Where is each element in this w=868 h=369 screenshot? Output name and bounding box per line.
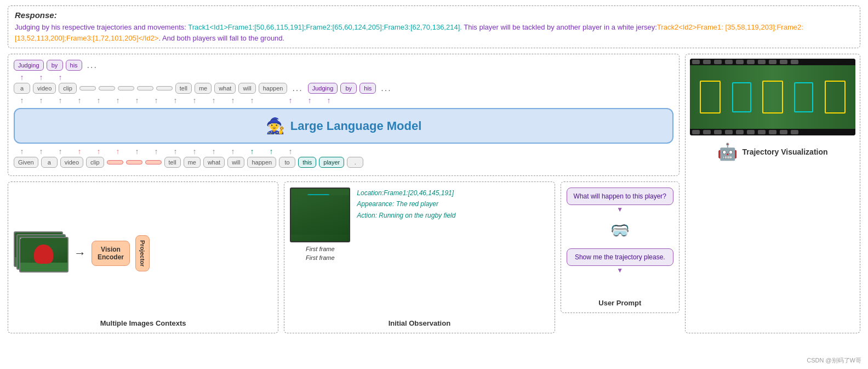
arr2-c: ↑ <box>52 147 68 156</box>
arrow-3: ↑ <box>52 73 68 82</box>
arr-e5: ↑ <box>148 96 164 105</box>
arrow-right-vision: → <box>74 246 86 260</box>
tok-empty1 <box>79 86 96 90</box>
hole-6 <box>747 60 755 64</box>
arr-e1: ↑ <box>71 96 88 105</box>
arrow-2: ↑ <box>33 73 49 82</box>
main-body: Judging by his ... ↑ ↑ ↑ a video clip <box>8 54 860 333</box>
multiple-images-title: Multiple Images Contexts <box>100 319 186 327</box>
arr-t: ↑ <box>167 96 184 105</box>
tok-tell: tell <box>175 83 192 94</box>
bottom-three-panels: → VisionEncoder Projector Multiple Image… <box>8 181 679 333</box>
bhole-1 <box>692 130 700 134</box>
btok-a: a <box>41 157 58 168</box>
hole-1 <box>692 60 700 64</box>
video-content <box>690 65 855 129</box>
tok-what: what <box>214 83 236 94</box>
hole-7 <box>758 60 766 64</box>
tok-his2: his <box>359 83 376 94</box>
bbox-teal-2 <box>794 82 813 112</box>
arrow-1: ↑ <box>14 73 30 82</box>
arr2-a: ↑ <box>14 147 30 156</box>
response-section: Response: Judging by his respective traj… <box>8 5 860 48</box>
hole-10 <box>791 60 798 64</box>
tok-clip: clip <box>59 83 77 94</box>
bhole-8 <box>769 130 776 134</box>
trajectory-panel: 🤖 Trajectory Visualization <box>685 54 860 333</box>
obs-text-block: Location:Frame1:[20,46,145,191] Appearan… <box>357 188 455 221</box>
arr-b2: ↑ <box>301 96 318 105</box>
btok-will: will <box>227 157 244 168</box>
bhole-7 <box>758 130 766 134</box>
arrows-from-llm: ↑ ↑ ↑ ↑ ↑ ↑ ↑ ↑ ↑ ↑ ↑ ↑ ↑ ↑ ↑ <box>14 147 673 156</box>
bbox-yellow-3 <box>825 81 846 113</box>
arrows-from-output: ↑ ↑ ↑ <box>14 73 673 82</box>
prompt-bubble-1: What will happen to this player? <box>567 188 673 205</box>
bhole-5 <box>736 130 744 134</box>
btok-dot: . <box>347 157 363 168</box>
prompt-bubble-2: Show me the trajectory please. <box>567 248 673 266</box>
film-strip-bottom <box>690 129 855 135</box>
tok-empty3 <box>118 86 134 90</box>
hole-4 <box>725 60 733 64</box>
video-strip <box>690 59 855 135</box>
hole-8 <box>769 60 776 64</box>
token-judging: Judging <box>14 60 44 71</box>
arr2-dot: ↑ <box>282 147 299 156</box>
tok-judging2: Judging <box>308 83 338 94</box>
tok-me: me <box>195 83 212 94</box>
tok-empty4 <box>137 86 153 90</box>
vision-content: → VisionEncoder Projector <box>14 188 272 319</box>
arr2-player: ↑ <box>263 147 279 156</box>
token-by: by <box>47 60 63 71</box>
arr2-m: ↑ <box>148 147 164 156</box>
projector-box: Projector <box>135 235 150 271</box>
arr2-r1: ↑ <box>71 147 88 156</box>
arr2-this: ↑ <box>244 147 260 156</box>
multiple-images-panel: → VisionEncoder Projector Multiple Image… <box>8 181 278 333</box>
btok-r1 <box>107 160 123 164</box>
bbox-yellow-2 <box>762 81 783 113</box>
frame-label: First frame <box>306 254 335 261</box>
projector-label: Projector <box>139 240 146 266</box>
initial-obs-title: Initial Observation <box>389 319 450 327</box>
tok-video: video <box>33 83 56 94</box>
llm-title: Large Language Model <box>290 119 422 133</box>
bhole-2 <box>703 130 711 134</box>
obs-location: Location:Frame1:[20,46,145,191] <box>357 188 455 198</box>
film-strip-top <box>690 59 855 65</box>
response-purple-2: This player will be tackled by another p… <box>462 23 657 31</box>
btok-given: Given <box>14 157 38 168</box>
bhole-6 <box>747 130 755 134</box>
arr2-wi: ↑ <box>186 147 203 156</box>
tok-a: a <box>14 83 30 94</box>
btok-me: me <box>184 157 201 168</box>
img-front <box>19 237 68 273</box>
btok-this: this <box>298 157 316 168</box>
response-text: Judging by his respective trajectories a… <box>15 22 853 43</box>
btok-video: video <box>60 157 83 168</box>
llm-section: Judging by his ... ↑ ↑ ↑ a video clip <box>8 54 679 176</box>
encoder-label: VisionEncoder <box>98 246 124 261</box>
arr-hi2: ↑ <box>321 96 337 105</box>
arr2-to: ↑ <box>225 147 241 156</box>
bhole-10 <box>791 130 798 134</box>
arr-wi: ↑ <box>225 96 241 105</box>
arrows-to-llm: ↑ ↑ ↑ ↑ ↑ ↑ ↑ ↑ ↑ ↑ ↑ ↑ ↑ ↑ ↑ ↑ <box>14 96 673 105</box>
arr2-t: ↑ <box>129 147 145 156</box>
arr-m: ↑ <box>186 96 203 105</box>
btok-player: player <box>319 157 344 168</box>
dots-middle: ... <box>290 83 305 93</box>
bhole-3 <box>714 130 722 134</box>
arr-e4: ↑ <box>129 96 145 105</box>
trajectory-title: Trajectory Visualization <box>742 147 827 156</box>
btok-r2 <box>126 160 142 164</box>
obs-frame-image <box>290 188 350 242</box>
tok-empty2 <box>99 86 115 90</box>
encoder-box: VisionEncoder <box>92 241 130 266</box>
initial-obs-panel: First frame Location:Frame1:[20,46,145,1… <box>284 181 555 333</box>
bottom-input-token-row: Given a video clip tell me what will hap… <box>14 157 673 168</box>
obs-appearance: Appearance: The red player <box>357 198 455 209</box>
llm-box: 🧙 Large Language Model <box>14 108 673 144</box>
llm-robot-icon: 🧙 <box>266 117 285 135</box>
